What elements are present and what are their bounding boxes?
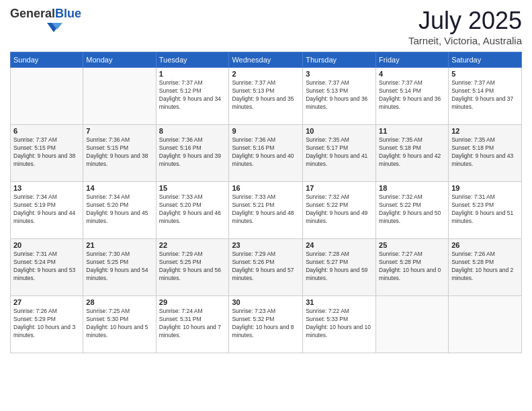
day-number: 21 — [86, 241, 152, 249]
weekday-header-sunday: Sunday — [11, 52, 83, 68]
month-title: July 2025 — [408, 7, 522, 35]
day-cell: 3Sunrise: 7:37 AM Sunset: 5:13 PM Daylig… — [303, 68, 376, 125]
day-info: Sunrise: 7:31 AM Sunset: 5:23 PM Dayligh… — [451, 193, 519, 226]
day-info: Sunrise: 7:24 AM Sunset: 5:31 PM Dayligh… — [159, 308, 226, 340]
day-number: 19 — [451, 184, 519, 192]
day-info: Sunrise: 7:27 AM Sunset: 5:28 PM Dayligh… — [379, 250, 445, 283]
day-number: 5 — [451, 70, 519, 78]
day-cell: 26Sunrise: 7:26 AM Sunset: 5:28 PM Dayli… — [449, 239, 522, 296]
day-cell — [83, 68, 156, 125]
day-info: Sunrise: 7:35 AM Sunset: 5:18 PM Dayligh… — [379, 136, 445, 169]
day-info: Sunrise: 7:29 AM Sunset: 5:26 PM Dayligh… — [232, 250, 300, 283]
day-cell: 20Sunrise: 7:31 AM Sunset: 5:24 PM Dayli… — [11, 239, 83, 296]
day-cell: 24Sunrise: 7:28 AM Sunset: 5:27 PM Dayli… — [303, 239, 376, 296]
week-row-1: 1Sunrise: 7:37 AM Sunset: 5:12 PM Daylig… — [11, 68, 522, 125]
day-cell: 7Sunrise: 7:36 AM Sunset: 5:15 PM Daylig… — [83, 125, 156, 182]
day-cell: 29Sunrise: 7:24 AM Sunset: 5:31 PM Dayli… — [156, 296, 229, 353]
day-info: Sunrise: 7:35 AM Sunset: 5:18 PM Dayligh… — [451, 136, 519, 169]
day-cell: 28Sunrise: 7:25 AM Sunset: 5:30 PM Dayli… — [83, 296, 156, 353]
day-info: Sunrise: 7:37 AM Sunset: 5:13 PM Dayligh… — [232, 79, 300, 111]
day-info: Sunrise: 7:37 AM Sunset: 5:14 PM Dayligh… — [451, 79, 519, 111]
day-number: 2 — [232, 70, 300, 78]
day-number: 6 — [13, 127, 80, 135]
day-cell: 31Sunrise: 7:22 AM Sunset: 5:33 PM Dayli… — [303, 296, 376, 353]
day-cell: 2Sunrise: 7:37 AM Sunset: 5:13 PM Daylig… — [229, 68, 303, 125]
day-cell: 13Sunrise: 7:34 AM Sunset: 5:19 PM Dayli… — [11, 182, 83, 239]
day-info: Sunrise: 7:33 AM Sunset: 5:20 PM Dayligh… — [159, 193, 226, 226]
day-number: 31 — [306, 298, 373, 306]
day-cell: 19Sunrise: 7:31 AM Sunset: 5:23 PM Dayli… — [449, 182, 522, 239]
day-cell: 23Sunrise: 7:29 AM Sunset: 5:26 PM Dayli… — [229, 239, 303, 296]
week-row-2: 6Sunrise: 7:37 AM Sunset: 5:15 PM Daylig… — [11, 125, 522, 182]
day-cell: 14Sunrise: 7:34 AM Sunset: 5:20 PM Dayli… — [83, 182, 156, 239]
day-cell: 12Sunrise: 7:35 AM Sunset: 5:18 PM Dayli… — [449, 125, 522, 182]
day-cell: 6Sunrise: 7:37 AM Sunset: 5:15 PM Daylig… — [11, 125, 83, 182]
day-cell: 10Sunrise: 7:35 AM Sunset: 5:17 PM Dayli… — [303, 125, 376, 182]
logo: GeneralBlue — [10, 7, 81, 36]
day-info: Sunrise: 7:37 AM Sunset: 5:15 PM Dayligh… — [13, 136, 80, 169]
day-info: Sunrise: 7:36 AM Sunset: 5:16 PM Dayligh… — [159, 136, 226, 169]
day-number: 13 — [13, 184, 80, 192]
day-number: 14 — [86, 184, 152, 192]
day-info: Sunrise: 7:35 AM Sunset: 5:17 PM Dayligh… — [306, 136, 373, 169]
weekday-header-wednesday: Wednesday — [229, 52, 303, 68]
day-cell: 11Sunrise: 7:35 AM Sunset: 5:18 PM Dayli… — [376, 125, 449, 182]
day-number: 30 — [232, 298, 300, 306]
day-number: 27 — [13, 298, 80, 306]
day-info: Sunrise: 7:26 AM Sunset: 5:29 PM Dayligh… — [13, 308, 80, 340]
day-info: Sunrise: 7:25 AM Sunset: 5:30 PM Dayligh… — [86, 308, 152, 340]
day-number: 17 — [306, 184, 373, 192]
day-info: Sunrise: 7:34 AM Sunset: 5:20 PM Dayligh… — [86, 193, 152, 226]
day-info: Sunrise: 7:22 AM Sunset: 5:33 PM Dayligh… — [306, 308, 373, 340]
day-number: 12 — [451, 127, 519, 135]
day-number: 18 — [379, 184, 445, 192]
day-cell — [449, 296, 522, 353]
day-number: 7 — [86, 127, 152, 135]
day-info: Sunrise: 7:34 AM Sunset: 5:19 PM Dayligh… — [13, 193, 80, 226]
calendar-table: SundayMondayTuesdayWednesdayThursdayFrid… — [10, 52, 522, 353]
day-cell: 15Sunrise: 7:33 AM Sunset: 5:20 PM Dayli… — [156, 182, 229, 239]
day-cell: 25Sunrise: 7:27 AM Sunset: 5:28 PM Dayli… — [376, 239, 449, 296]
day-number: 11 — [379, 127, 445, 135]
day-cell: 17Sunrise: 7:32 AM Sunset: 5:22 PM Dayli… — [303, 182, 376, 239]
weekday-header-saturday: Saturday — [449, 52, 522, 68]
day-info: Sunrise: 7:23 AM Sunset: 5:32 PM Dayligh… — [232, 308, 300, 340]
day-info: Sunrise: 7:32 AM Sunset: 5:22 PM Dayligh… — [306, 193, 373, 226]
weekday-header-row: SundayMondayTuesdayWednesdayThursdayFrid… — [11, 52, 522, 68]
day-number: 4 — [379, 70, 445, 78]
day-number: 28 — [86, 298, 152, 306]
weekday-header-monday: Monday — [83, 52, 156, 68]
logo-general-text: General — [10, 7, 55, 20]
day-info: Sunrise: 7:37 AM Sunset: 5:12 PM Dayligh… — [159, 79, 226, 111]
location-subtitle: Tarneit, Victoria, Australia — [408, 35, 522, 46]
day-cell: 16Sunrise: 7:33 AM Sunset: 5:21 PM Dayli… — [229, 182, 303, 239]
day-info: Sunrise: 7:28 AM Sunset: 5:27 PM Dayligh… — [306, 250, 373, 283]
day-info: Sunrise: 7:26 AM Sunset: 5:28 PM Dayligh… — [451, 250, 519, 283]
day-number: 22 — [159, 241, 226, 249]
day-number: 3 — [306, 70, 373, 78]
weekday-header-tuesday: Tuesday — [156, 52, 229, 68]
day-number: 1 — [159, 70, 226, 78]
day-info: Sunrise: 7:37 AM Sunset: 5:14 PM Dayligh… — [379, 79, 445, 111]
day-number: 23 — [232, 241, 300, 249]
day-cell: 8Sunrise: 7:36 AM Sunset: 5:16 PM Daylig… — [156, 125, 229, 182]
day-cell: 21Sunrise: 7:30 AM Sunset: 5:25 PM Dayli… — [83, 239, 156, 296]
day-cell: 30Sunrise: 7:23 AM Sunset: 5:32 PM Dayli… — [229, 296, 303, 353]
page-header: GeneralBlue July 2025 Tarneit, Victoria,… — [10, 7, 522, 46]
day-number: 9 — [232, 127, 300, 135]
day-info: Sunrise: 7:32 AM Sunset: 5:22 PM Dayligh… — [379, 193, 445, 226]
day-info: Sunrise: 7:29 AM Sunset: 5:25 PM Dayligh… — [159, 250, 226, 283]
day-cell: 9Sunrise: 7:36 AM Sunset: 5:16 PM Daylig… — [229, 125, 303, 182]
day-info: Sunrise: 7:36 AM Sunset: 5:15 PM Dayligh… — [86, 136, 152, 169]
day-cell: 22Sunrise: 7:29 AM Sunset: 5:25 PM Dayli… — [156, 239, 229, 296]
day-info: Sunrise: 7:33 AM Sunset: 5:21 PM Dayligh… — [232, 193, 300, 226]
day-info: Sunrise: 7:31 AM Sunset: 5:24 PM Dayligh… — [13, 250, 80, 283]
week-row-4: 20Sunrise: 7:31 AM Sunset: 5:24 PM Dayli… — [11, 239, 522, 296]
day-number: 10 — [306, 127, 373, 135]
day-number: 15 — [159, 184, 226, 192]
day-cell: 1Sunrise: 7:37 AM Sunset: 5:12 PM Daylig… — [156, 68, 229, 125]
day-number: 24 — [306, 241, 373, 249]
day-cell: 27Sunrise: 7:26 AM Sunset: 5:29 PM Dayli… — [11, 296, 83, 353]
calendar-page: GeneralBlue July 2025 Tarneit, Victoria,… — [0, 0, 532, 411]
logo-blue-text: Blue — [55, 7, 81, 20]
